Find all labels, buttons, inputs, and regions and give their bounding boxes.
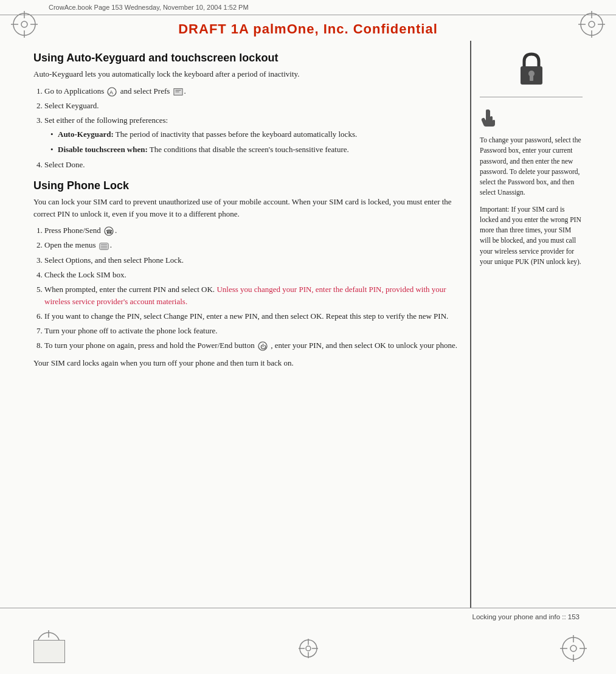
menus-icon (99, 241, 109, 251)
svg-text:A: A (109, 89, 113, 96)
pref-text-2: The conditions that disable the screen's… (150, 145, 349, 154)
main-column: Using Auto-Keyguard and touchscreen lock… (33, 41, 470, 608)
finger-icon-container (480, 105, 583, 135)
step-1-2: Select Keyguard. (44, 100, 459, 112)
corner-mark-tl (6, 6, 43, 43)
prefs-icon (173, 87, 183, 97)
header-text: CrowAce.book Page 153 Wednesday, Novembe… (49, 4, 249, 11)
step-2-3: Select Options, and then select Phone Lo… (44, 254, 459, 266)
svg-point-7 (589, 21, 595, 27)
bottom-right-group (555, 630, 592, 669)
svg-point-1 (21, 21, 27, 27)
lock-svg (517, 52, 546, 87)
pref-text-1: The period of inactivity that passes bef… (116, 130, 357, 139)
footer: Locking your phone and info :: 153 (0, 608, 616, 625)
applications-icon: A (107, 87, 117, 97)
section1-title: Using Auto-Keyguard and touchscreen lock… (33, 52, 459, 64)
pref-term-1: Auto-Keyguard: (58, 130, 114, 139)
draft-title: DRAFT 1A palmOne, Inc. Confidential (0, 15, 616, 41)
center-reg-mark (296, 636, 320, 663)
closing-text: Your SIM card locks again when you turn … (33, 357, 459, 369)
step-2-4: Check the Lock SIM box. (44, 269, 459, 281)
lock-icon-container (480, 47, 583, 97)
corner-mark-tr (573, 6, 610, 43)
step-2-7: Turn your phone off to activate the phon… (44, 325, 459, 337)
header-bar: CrowAce.book Page 153 Wednesday, Novembe… (0, 0, 616, 15)
step-2-8: To turn your phone on again, press and h… (44, 339, 459, 352)
step-2-6: If you want to change the PIN, select Ch… (44, 310, 459, 322)
power-button-icon: ⏻ (258, 341, 268, 351)
section-auto-keyguard: Using Auto-Keyguard and touchscreen lock… (33, 52, 459, 171)
pref-disable-touchscreen: Disable touchscreen when: The conditions… (50, 144, 459, 156)
section2-intro: You can lock your SIM card to prevent un… (33, 196, 459, 220)
section1-steps: Go to Applications A and select Prefs . … (44, 85, 459, 172)
sidebar-password-note: To change your password, select the Pass… (480, 135, 583, 198)
svg-point-41 (570, 645, 576, 651)
lock-icon (517, 52, 546, 89)
pref-auto-keyguard: Auto-Keyguard: The period of inactivity … (50, 128, 459, 141)
section-phone-lock: Using Phone Lock You can lock your SIM c… (33, 179, 459, 369)
svg-rect-27 (530, 75, 533, 81)
finger-icon (480, 108, 498, 130)
step-1-3: Set either of the following preferences:… (44, 114, 459, 156)
step-2-1: Press Phone/Send ☎ . (44, 224, 459, 237)
svg-text:☎: ☎ (106, 229, 112, 235)
step-1-4: Select Done. (44, 159, 459, 171)
sidebar: To change your password, select the Pass… (470, 41, 583, 608)
section2-title: Using Phone Lock (33, 179, 459, 192)
page: CrowAce.book Page 153 Wednesday, Novembe… (0, 0, 616, 674)
phone-send-icon: ☎ (104, 226, 114, 236)
step-2-5-pink: Unless you changed your PIN, enter the d… (44, 285, 446, 306)
footer-text: Locking your phone and info :: 153 (472, 613, 580, 620)
book-corner-fold (33, 640, 65, 663)
section1-intro: Auto-Keyguard lets you automatically loc… (33, 68, 459, 80)
svg-point-35 (306, 646, 311, 651)
corner-mark-br (555, 630, 592, 669)
step-2-2: Open the menus . (44, 239, 459, 251)
content-area: Using Auto-Keyguard and touchscreen lock… (0, 41, 616, 608)
bottom-strip (0, 625, 616, 674)
finger-svg (480, 108, 498, 128)
section2-steps: Press Phone/Send ☎ . Open the menus (44, 224, 459, 352)
preferences-list: Auto-Keyguard: The period of inactivity … (50, 128, 459, 156)
sidebar-sim-note: Important: If your SIM card is locked an… (480, 204, 583, 268)
pref-term-2: Disable touchscreen when: (58, 145, 148, 154)
step-1-1: Go to Applications A and select Prefs . (44, 85, 459, 97)
step-2-5: When prompted, enter the current PIN and… (44, 283, 459, 308)
svg-text:⏻: ⏻ (260, 344, 266, 350)
